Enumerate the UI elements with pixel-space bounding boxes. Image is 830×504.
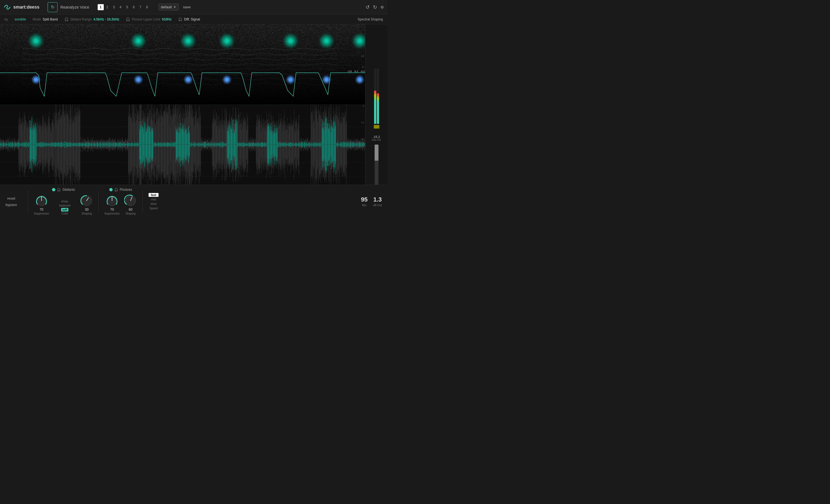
- sibilants-knobs: 70 Suppression sharp balanced soft Color: [34, 194, 93, 215]
- gr-meter-fill: [375, 144, 379, 161]
- shaping-plo-value: 60: [129, 208, 132, 211]
- waveform-area: [0, 104, 365, 185]
- sibilants-header: 🎧 Sibilants: [52, 188, 75, 192]
- db-value-3: -5.3: [360, 70, 365, 73]
- reset-button[interactable]: reset: [5, 196, 17, 200]
- logo: smart:deess: [3, 3, 39, 11]
- bypass-button[interactable]: bypass: [5, 203, 17, 207]
- sub-header: by sonible Mode Split Band 🎧 Sibilant Ra…: [0, 14, 387, 24]
- shaping-sib-knob[interactable]: [80, 194, 93, 207]
- diff-label[interactable]: Diff. Signal: [184, 18, 200, 21]
- plosive-label: Plosive Upper Limit: [132, 18, 160, 21]
- spectrogram-canvas: [0, 24, 365, 104]
- meter-bar-right: [377, 69, 379, 124]
- sibilant-range-item: 🎧 Sibilant Range 4.5kHz - 10.2kHz: [64, 18, 119, 21]
- preset-2[interactable]: 2: [104, 4, 110, 10]
- main-display-area: -3.8 -5.1 -5.3 4k 1k 0 -12 -24 -15.2 Max…: [0, 24, 387, 185]
- db-value-1: -3.8: [347, 70, 352, 73]
- preset-numbers: 1 2 3 4 5 6 7 8: [98, 4, 150, 10]
- color-soft[interactable]: soft: [61, 208, 68, 211]
- out-label: dB Out: [373, 204, 382, 207]
- out-value: 1.3: [373, 196, 382, 203]
- plosives-knobs: 70 Suppression 60 Shaping: [104, 194, 137, 215]
- waveform-canvas: [0, 104, 365, 185]
- speed-fast[interactable]: fast: [149, 193, 159, 197]
- speed-selector: fast mid slow Speed: [148, 193, 159, 210]
- mode-label: Mode: [33, 18, 41, 21]
- settings-icon[interactable]: ⚙: [380, 5, 384, 9]
- suppression-plo-value: 70: [110, 208, 114, 211]
- color-balanced[interactable]: balanced: [58, 204, 72, 207]
- plosives-power-button[interactable]: [109, 188, 113, 191]
- sibilant-value[interactable]: 4.5kHz - 10.2kHz: [94, 18, 119, 21]
- preset-5[interactable]: 5: [124, 4, 130, 10]
- by-label: by: [4, 18, 8, 21]
- logo-icon: [3, 3, 11, 11]
- mix-value: 95: [361, 196, 368, 203]
- max-gr-value: -15.2: [372, 135, 381, 138]
- color-selector: sharp balanced soft Color: [58, 200, 72, 215]
- save-button[interactable]: save: [183, 5, 191, 9]
- shaping-sib-value: 30: [85, 208, 89, 211]
- headphone-icon-plosive: 🎧: [126, 18, 130, 21]
- divider-1: [28, 191, 28, 212]
- preset-6[interactable]: 6: [131, 4, 137, 10]
- shaping-plo-label: Shaping: [126, 212, 136, 215]
- divider-2: [98, 191, 99, 212]
- color-sharp[interactable]: sharp: [60, 200, 69, 203]
- brand-label: sonible: [15, 17, 26, 21]
- mix-control: 95 Mix: [361, 196, 368, 207]
- preset-3[interactable]: 3: [111, 4, 117, 10]
- sibilants-power-button[interactable]: [52, 188, 55, 191]
- speed-label: Speed: [150, 207, 158, 210]
- sibilants-label: Sibilants: [63, 188, 75, 192]
- zero-label: 0: [363, 104, 364, 107]
- bottom-controls: reset bypass 🎧 Sibilants 70: [0, 185, 387, 218]
- mode-item: Mode Split Band: [33, 18, 58, 21]
- color-swatch: [374, 125, 379, 129]
- suppression-plo-knob-container: 70 Suppression: [104, 194, 120, 215]
- gr-meter-bar: [375, 144, 379, 185]
- mode-value[interactable]: Split Band: [42, 18, 58, 21]
- shaping-sib-label: Shaping: [82, 212, 92, 215]
- preset-1[interactable]: 1: [98, 4, 104, 10]
- suppression-plo-label: Suppression: [104, 212, 120, 215]
- max-gr-display: -15.2 Max GR: [372, 134, 381, 141]
- minus12-label: -12: [360, 121, 364, 124]
- max-gr-label: Max GR: [372, 138, 381, 141]
- spectral-shaping-label[interactable]: Spectral Shaping: [358, 18, 383, 21]
- preset-dropdown[interactable]: default ▼: [159, 4, 179, 10]
- suppression-sib-knob[interactable]: [35, 194, 48, 207]
- undo-button[interactable]: ↺: [365, 4, 370, 10]
- db-value-2: -5.1: [354, 70, 358, 73]
- headphone-icon-diff: 🎧: [178, 18, 182, 21]
- sibilant-label: Sibilant Range: [70, 18, 92, 21]
- freq-1k-label: 1k: [361, 66, 364, 69]
- meter-fill-right: [377, 94, 379, 124]
- plosive-value[interactable]: 910Hz: [162, 18, 171, 21]
- preset-7[interactable]: 7: [137, 4, 143, 10]
- shaping-sib-knob-container: 30 Shaping: [80, 194, 93, 215]
- suppression-plo-knob[interactable]: [106, 194, 119, 207]
- preset-8[interactable]: 8: [144, 4, 150, 10]
- header-right: ↺ ↻ ⚙: [365, 4, 384, 10]
- suppression-sib-value: 70: [39, 208, 43, 211]
- headphone-icon-sib: 🎧: [57, 188, 61, 192]
- headphone-icon-sibilant: 🎧: [64, 18, 69, 21]
- db-values-display: -3.8 -5.1 -5.3: [347, 70, 365, 73]
- redo-button[interactable]: ↻: [373, 4, 377, 10]
- reset-bypass-section: reset bypass: [5, 196, 17, 207]
- mix-label: Mix: [362, 204, 366, 207]
- speed-slow[interactable]: slow: [148, 202, 159, 206]
- shaping-plo-knob[interactable]: [124, 194, 137, 207]
- headphone-icon-plo: 🎧: [114, 188, 118, 192]
- reanalyze-icon: ↻: [51, 4, 55, 10]
- plosives-section: 🎧 Plosives 70 Suppression: [104, 188, 137, 215]
- preset-4[interactable]: 4: [118, 4, 124, 10]
- diff-signal-item: 🎧 Diff. Signal: [178, 18, 200, 21]
- plosive-limit-item: 🎧 Plosive Upper Limit 910Hz: [126, 18, 171, 21]
- sibilants-section: 🎧 Sibilants 70 Suppression shar: [34, 188, 93, 215]
- reanalyze-button[interactable]: ↻: [47, 2, 58, 12]
- meter-bar-left: [374, 69, 376, 124]
- speed-mid[interactable]: mid: [149, 197, 158, 201]
